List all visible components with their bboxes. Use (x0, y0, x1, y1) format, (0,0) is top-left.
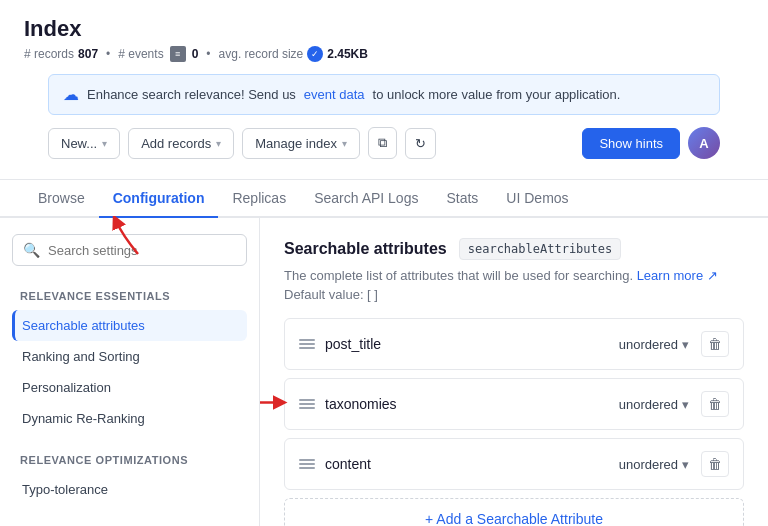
drag-handle-content[interactable] (299, 459, 315, 469)
page-meta: # records 807 • # events ≡ 0 • avg. reco… (24, 46, 744, 62)
attr-delete-taxonomies[interactable]: 🗑 (701, 391, 729, 417)
search-box[interactable]: 🔍 (12, 234, 247, 266)
taxonomies-row-wrapper: taxonomies unordered ▾ 🗑 (284, 378, 744, 430)
drag-handle-post-title[interactable] (299, 339, 315, 349)
new-chevron-icon: ▾ (102, 138, 107, 149)
manage-index-button[interactable]: Manage index ▾ (242, 128, 360, 159)
add-records-button[interactable]: Add records ▾ (128, 128, 234, 159)
add-records-chevron-icon: ▾ (216, 138, 221, 149)
events-meta: # events ≡ 0 (118, 46, 198, 62)
banner-text: Enhance search relevance! Send us (87, 87, 296, 102)
records-value: 807 (78, 47, 98, 61)
attr-order-text-post-title: unordered (619, 337, 678, 352)
events-value: 0 (192, 47, 199, 61)
sidebar: 🔍 RELEVANCE ESSENTIALS Searchable attrib… (0, 218, 260, 526)
content-default-value: Default value: [ ] (284, 287, 744, 302)
sidebar-section-relevance-optimizations: RELEVANCE OPTIMIZATIONS Typo-tolerance (12, 450, 247, 505)
tabs: Browse Configuration Replicas Search API… (0, 180, 768, 218)
add-records-label: Add records (141, 136, 211, 151)
attr-delete-post-title[interactable]: 🗑 (701, 331, 729, 357)
sidebar-item-typo-tolerance[interactable]: Typo-tolerance (12, 474, 247, 505)
main-content: 🔍 RELEVANCE ESSENTIALS Searchable attrib… (0, 218, 768, 526)
attribute-row-content: content unordered ▾ 🗑 (284, 438, 744, 490)
tab-configuration[interactable]: Configuration (99, 180, 219, 218)
attr-order-taxonomies: unordered ▾ (619, 397, 689, 412)
attribute-row-post-title: post_title unordered ▾ 🗑 (284, 318, 744, 370)
learn-more-link[interactable]: Learn more ↗ (637, 268, 718, 283)
banner-icon: ☁ (63, 85, 79, 104)
trash-icon-post-title: 🗑 (708, 336, 722, 352)
tab-ui-demos[interactable]: UI Demos (492, 180, 582, 218)
tab-search-api-logs[interactable]: Search API Logs (300, 180, 432, 218)
check-icon: ✓ (307, 46, 323, 62)
add-attribute-button[interactable]: + Add a Searchable Attribute (284, 498, 744, 526)
content-header: Searchable attributes searchableAttribut… (284, 238, 744, 260)
attr-name-post-title: post_title (325, 336, 619, 352)
tab-stats[interactable]: Stats (432, 180, 492, 218)
new-label: New... (61, 136, 97, 151)
sidebar-section-relevance-essentials: RELEVANCE ESSENTIALS Searchable attribut… (12, 286, 247, 434)
attr-order-text-taxonomies: unordered (619, 397, 678, 412)
avg-value: 2.45KB (327, 47, 368, 61)
attr-name-content: content (325, 456, 619, 472)
records-label: # records (24, 47, 74, 61)
tab-browse[interactable]: Browse (24, 180, 99, 218)
toolbar-right: Show hints (582, 128, 680, 159)
banner: ☁ Enhance search relevance! Send us even… (48, 74, 720, 115)
attr-name-taxonomies: taxonomies (325, 396, 619, 412)
sidebar-item-dynamic-reranking[interactable]: Dynamic Re-Ranking (12, 403, 247, 434)
sidebar-item-ranking-sorting[interactable]: Ranking and Sorting (12, 341, 247, 372)
attributes-list: post_title unordered ▾ 🗑 (284, 318, 744, 526)
refresh-icon: ↻ (415, 136, 426, 151)
page: Index # records 807 • # events ≡ 0 • avg… (0, 0, 768, 526)
search-settings-input[interactable] (48, 243, 236, 258)
sidebar-section-title-optimizations: RELEVANCE OPTIMIZATIONS (12, 450, 247, 470)
attr-delete-content[interactable]: 🗑 (701, 451, 729, 477)
trash-icon-content: 🗑 (708, 456, 722, 472)
sidebar-item-personalization[interactable]: Personalization (12, 372, 247, 403)
attr-order-content: unordered ▾ (619, 457, 689, 472)
manage-index-label: Manage index (255, 136, 337, 151)
tabs-container: Browse Configuration Replicas Search API… (0, 180, 768, 218)
banner-text2: to unlock more value from your applicati… (373, 87, 621, 102)
toolbar: New... ▾ Add records ▾ Manage index ▾ ⧉ … (24, 127, 744, 171)
attr-order-post-title: unordered ▾ (619, 337, 689, 352)
copy-icon: ⧉ (378, 135, 387, 151)
add-attribute-label: + Add a Searchable Attribute (425, 511, 603, 526)
refresh-button[interactable]: ↻ (405, 128, 436, 159)
database-icon: ≡ (170, 46, 186, 62)
sidebar-section-title-relevance: RELEVANCE ESSENTIALS (12, 286, 247, 306)
content-badge: searchableAttributes (459, 238, 622, 260)
attr-order-chevron-icon-content: ▾ (682, 457, 689, 472)
new-button[interactable]: New... ▾ (48, 128, 120, 159)
page-title: Index (24, 16, 744, 42)
copy-button[interactable]: ⧉ (368, 127, 397, 159)
show-hints-button[interactable]: Show hints (582, 128, 680, 159)
banner-link[interactable]: event data (304, 87, 365, 102)
avg-label: avg. record size (219, 47, 304, 61)
show-hints-label: Show hints (599, 136, 663, 151)
sidebar-item-searchable-attributes[interactable]: Searchable attributes (12, 310, 247, 341)
trash-icon-taxonomies: 🗑 (708, 396, 722, 412)
attr-order-chevron-icon-taxonomies: ▾ (682, 397, 689, 412)
avatar: A (688, 127, 720, 159)
events-label: # events (118, 47, 163, 61)
attribute-row-taxonomies: taxonomies unordered ▾ 🗑 (284, 378, 744, 430)
content-description: The complete list of attributes that wil… (284, 268, 744, 283)
search-icon: 🔍 (23, 242, 40, 258)
header: Index # records 807 • # events ≡ 0 • avg… (0, 0, 768, 180)
tab-replicas[interactable]: Replicas (218, 180, 300, 218)
avg-meta: avg. record size ✓ 2.45KB (219, 46, 368, 62)
manage-index-chevron-icon: ▾ (342, 138, 347, 149)
drag-handle-taxonomies[interactable] (299, 399, 315, 409)
attr-order-text-content: unordered (619, 457, 678, 472)
records-meta: # records 807 (24, 47, 98, 61)
content-area: Searchable attributes searchableAttribut… (260, 218, 768, 526)
content-title: Searchable attributes (284, 240, 447, 258)
attr-order-chevron-icon: ▾ (682, 337, 689, 352)
